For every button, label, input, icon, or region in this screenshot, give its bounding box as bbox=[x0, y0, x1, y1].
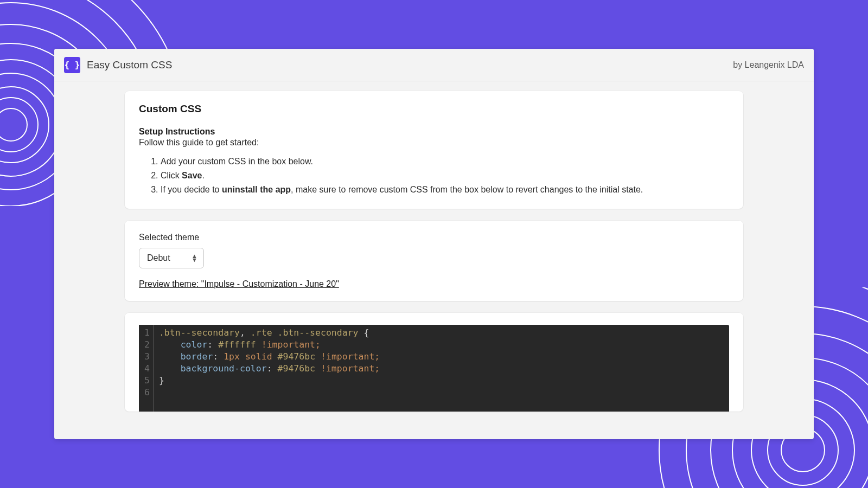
svg-point-2 bbox=[0, 87, 49, 163]
svg-point-3 bbox=[0, 73, 62, 176]
setup-heading: Setup Instructions bbox=[139, 127, 729, 137]
editor-card: 1 2 3 4 5 6 .btn--secondary, .rte .btn--… bbox=[125, 313, 743, 412]
css-code-editor[interactable]: 1 2 3 4 5 6 .btn--secondary, .rte .btn--… bbox=[139, 325, 729, 412]
content-area: Custom CSS Setup Instructions Follow thi… bbox=[54, 81, 814, 412]
editor-content[interactable]: .btn--secondary, .rte .btn--secondary { … bbox=[154, 325, 385, 412]
app-logo-icon: { } bbox=[64, 57, 80, 73]
instructions-card: Custom CSS Setup Instructions Follow thi… bbox=[125, 91, 743, 209]
app-vendor-label: by Leangenix LDA bbox=[733, 60, 804, 70]
setup-subtext: Follow this guide to get started: bbox=[139, 138, 729, 147]
svg-point-1 bbox=[0, 98, 38, 152]
app-title: Easy Custom CSS bbox=[87, 59, 172, 71]
instruction-step-1: Add your custom CSS in the box below. bbox=[161, 155, 729, 169]
instruction-step-2: Click Save. bbox=[161, 169, 729, 183]
theme-select-label: Selected theme bbox=[139, 233, 729, 242]
instructions-list: Add your custom CSS in the box below. Cl… bbox=[139, 155, 729, 196]
svg-point-0 bbox=[0, 108, 27, 141]
editor-gutter: 1 2 3 4 5 6 bbox=[139, 325, 154, 412]
theme-card: Selected theme Debut ▲▼ Preview theme: "… bbox=[125, 221, 743, 301]
preview-theme-link[interactable]: Preview theme: "Impulse - Customization … bbox=[139, 279, 339, 289]
theme-select[interactable]: Debut bbox=[139, 248, 204, 268]
instruction-step-3: If you decide to uninstall the app, make… bbox=[161, 183, 729, 197]
app-window: { } Easy Custom CSS by Leangenix LDA Cus… bbox=[54, 49, 814, 439]
app-header: { } Easy Custom CSS by Leangenix LDA bbox=[54, 49, 814, 81]
card-title: Custom CSS bbox=[139, 103, 729, 115]
